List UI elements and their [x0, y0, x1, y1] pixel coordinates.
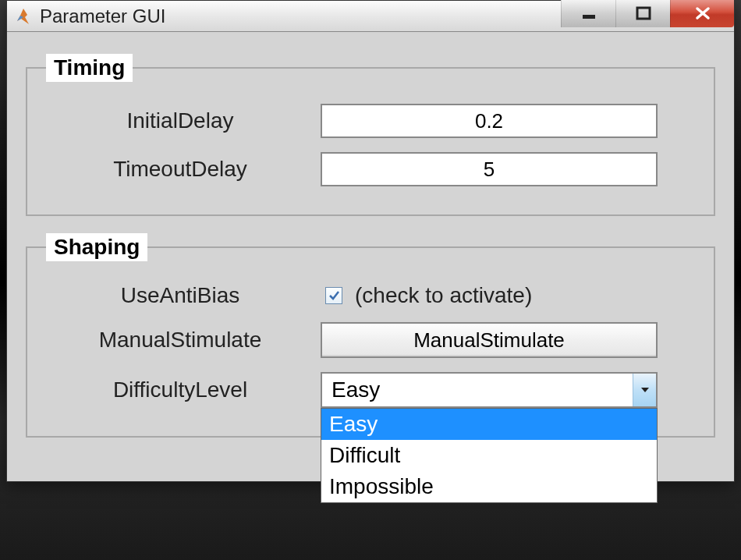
timeout-delay-label: TimeoutDelay [40, 157, 321, 182]
svg-marker-0 [17, 9, 29, 24]
initial-delay-row: InitialDelay [40, 104, 701, 138]
use-antibias-row: UseAntiBias (check to activate) [40, 283, 701, 308]
shaping-group: Shaping UseAntiBias (check to activate) … [26, 233, 715, 438]
maximize-button[interactable] [615, 0, 670, 27]
close-icon [694, 6, 711, 20]
close-button[interactable] [670, 0, 734, 27]
titlebar[interactable]: Parameter GUI [7, 1, 734, 32]
use-antibias-checkbox[interactable] [325, 287, 342, 304]
svg-rect-3 [637, 8, 650, 19]
difficulty-level-selected: Easy [332, 377, 380, 402]
difficulty-level-label: DifficultyLevel [40, 377, 321, 402]
window-controls [561, 0, 734, 27]
minimize-icon [581, 6, 597, 20]
chevron-down-icon [641, 388, 649, 392]
manual-stimulate-label: ManualStimulate [40, 328, 321, 353]
minimize-button[interactable] [561, 0, 615, 27]
shaping-legend: Shaping [46, 233, 147, 261]
initial-delay-label: InitialDelay [40, 108, 321, 133]
timing-legend: Timing [46, 54, 133, 82]
use-antibias-hint: (check to activate) [355, 283, 532, 308]
maximize-icon [636, 6, 651, 20]
svg-marker-6 [641, 388, 649, 392]
difficulty-level-dropdown[interactable]: Easy [321, 372, 658, 408]
manual-stimulate-button[interactable]: ManualStimulate [321, 322, 658, 358]
timing-group: Timing InitialDelay TimeoutDelay [26, 54, 715, 216]
initial-delay-input[interactable] [321, 104, 658, 138]
difficulty-level-dropdown-wrap: Easy Easy Difficult Impossible [321, 372, 658, 408]
difficulty-option-difficult[interactable]: Difficult [321, 440, 657, 471]
parameter-gui-window: Parameter GUI Timing InitialDelay [6, 0, 735, 482]
timeout-delay-input[interactable] [321, 152, 658, 186]
difficulty-level-options: Easy Difficult Impossible [321, 408, 658, 503]
difficulty-level-row: DifficultyLevel Easy Easy Difficult Im [40, 372, 701, 408]
manual-stimulate-row: ManualStimulate ManualStimulate [40, 322, 701, 358]
window-body: Timing InitialDelay TimeoutDelay Shaping… [7, 32, 734, 481]
svg-rect-2 [583, 15, 595, 19]
difficulty-option-easy[interactable]: Easy [321, 409, 657, 440]
matlab-icon [15, 7, 34, 26]
checkmark-icon [328, 289, 340, 302]
timeout-delay-row: TimeoutDelay [40, 152, 701, 186]
use-antibias-label: UseAntiBias [40, 283, 321, 308]
dropdown-arrow [633, 374, 656, 406]
difficulty-option-impossible[interactable]: Impossible [321, 471, 657, 502]
